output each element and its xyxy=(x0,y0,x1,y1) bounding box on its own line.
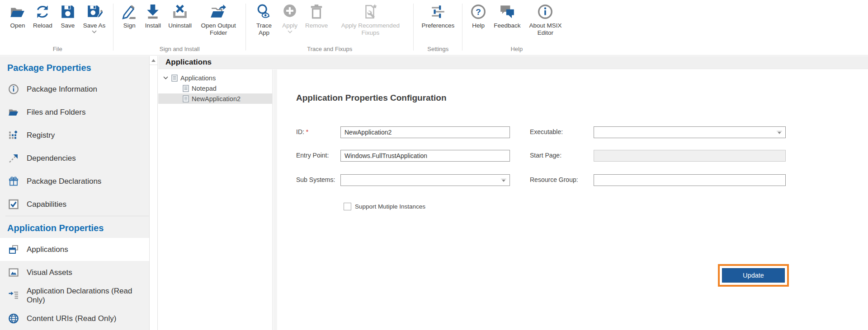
trace-app-button-label: Trace App xyxy=(254,22,274,37)
page-title: Applications xyxy=(165,58,212,67)
save-as-button[interactable]: Save As xyxy=(80,0,109,34)
tree-node-newapplication2[interactable]: NewApplication2 xyxy=(158,93,272,104)
sidebar-item-label: Applications xyxy=(27,245,68,254)
sidebar-item-capabilities[interactable]: Capabilities xyxy=(0,193,149,216)
required-asterisk: * xyxy=(306,128,308,135)
sidebar-item-application-declarations[interactable]: Application Declarations (Read Only) xyxy=(0,284,149,307)
about-msix-editor-button-label: About MSIX Editor xyxy=(528,22,563,37)
document-icon xyxy=(183,85,189,92)
entry-point-label: Entry Point: xyxy=(296,152,329,159)
tree-node-notepad[interactable]: Notepad xyxy=(158,83,272,93)
trace-app-button[interactable]: Trace App xyxy=(250,0,278,37)
help-icon: ? xyxy=(470,3,486,21)
executable-dropdown[interactable] xyxy=(594,126,786,138)
id-input[interactable] xyxy=(340,126,510,138)
chevron-down-icon xyxy=(288,30,292,33)
preferences-button-label: Preferences xyxy=(421,22,454,29)
sidebar-item-package-information[interactable]: Package Information xyxy=(0,78,149,101)
open-output-folder-button[interactable]: Open Output Folder xyxy=(196,0,241,37)
scroll-up-button[interactable] xyxy=(150,56,157,65)
ribbon-group-sign-and-install: Sign Install Uninstall xyxy=(114,0,245,55)
ribbon-group-trace-and-fixups: Trace App Apply Remove xyxy=(247,0,412,55)
arrow-list-icon xyxy=(8,290,19,301)
sign-button[interactable]: Sign xyxy=(118,0,141,30)
support-multiple-instances-row: Support Mutiple Instances xyxy=(344,203,425,210)
chevron-down-icon[interactable] xyxy=(162,76,169,79)
sidebar-item-content-uris[interactable]: Content URIs (Read Only) xyxy=(0,307,149,330)
sidebar-item-registry[interactable]: Registry xyxy=(0,124,149,147)
tree-node-label: NewApplication2 xyxy=(192,95,241,102)
update-button[interactable]: Update xyxy=(722,268,785,283)
install-button-label: Install xyxy=(145,22,161,29)
save-as-icon xyxy=(86,3,103,21)
document-icon xyxy=(183,95,189,102)
scroll-up-arrow-icon xyxy=(151,59,156,62)
feedback-icon xyxy=(499,3,515,21)
ribbon-group-file: Open Reload Save xyxy=(3,0,112,55)
sidebar-item-label: Dependencies xyxy=(27,154,76,163)
ribbon-group-settings: Preferences Settings xyxy=(415,0,461,55)
fixups-icon xyxy=(362,3,378,21)
support-multiple-instances-checkbox[interactable] xyxy=(344,203,351,210)
ribbon-toolbar: Open Reload Save xyxy=(0,0,868,56)
about-msix-editor-button[interactable]: About MSIX Editor xyxy=(524,0,566,37)
sidebar-item-label: Files and Folders xyxy=(27,108,85,117)
help-button[interactable]: ? Help xyxy=(467,0,490,30)
tree-node-label: Applications xyxy=(180,74,216,82)
dependencies-arrow-icon xyxy=(8,153,19,164)
sub-systems-dropdown[interactable] xyxy=(340,174,510,186)
sidebar-item-label: Registry xyxy=(27,131,55,140)
install-button[interactable]: Install xyxy=(142,0,164,30)
chevron-down-icon xyxy=(501,179,506,179)
remove-trash-icon xyxy=(308,3,325,21)
content-header: Applications xyxy=(158,56,868,69)
sidebar-item-label: Package Information xyxy=(27,85,97,94)
tree-node-applications[interactable]: Applications xyxy=(158,73,272,83)
sign-pencil-icon xyxy=(121,3,137,21)
feedback-button[interactable]: Feedback xyxy=(491,0,524,30)
open-output-folder-icon xyxy=(210,3,226,21)
sidebar-item-label: Capabilities xyxy=(27,200,66,209)
feedback-button-label: Feedback xyxy=(494,22,520,29)
ribbon-group-label-sign-and-install: Sign and Install xyxy=(118,45,241,55)
image-icon xyxy=(8,267,19,278)
sidebar-heading-application-properties: Application Properties xyxy=(0,216,149,238)
reload-button[interactable]: Reload xyxy=(30,0,56,30)
trace-app-icon xyxy=(256,3,272,21)
sidebar-item-dependencies[interactable]: Dependencies xyxy=(0,147,149,170)
application-properties-form: Application Properties Configuration ID:… xyxy=(277,70,868,330)
sidebar-item-files-and-folders[interactable]: Files and Folders xyxy=(0,101,149,124)
chevron-down-icon xyxy=(92,30,97,33)
remove-button[interactable]: Remove xyxy=(302,0,331,30)
tree-node-label: Notepad xyxy=(192,85,217,92)
open-button[interactable]: Open xyxy=(6,0,29,30)
sidebar-item-applications[interactable]: Applications xyxy=(0,238,149,261)
apply-recommended-fixups-button-label: Apply Recommended Fixups xyxy=(335,22,406,37)
open-button-label: Open xyxy=(10,22,25,29)
uninstall-icon xyxy=(172,3,188,21)
preferences-button[interactable]: Preferences xyxy=(418,0,458,30)
id-label: ID: * xyxy=(296,128,308,135)
resource-group-input[interactable] xyxy=(594,174,786,186)
install-icon xyxy=(145,3,161,21)
sidebar-item-visual-assets[interactable]: Visual Assets xyxy=(0,261,149,284)
save-button[interactable]: Save xyxy=(57,0,79,30)
apply-recommended-fixups-button[interactable]: Apply Recommended Fixups xyxy=(332,0,409,37)
reload-button-label: Reload xyxy=(33,22,52,29)
uninstall-button[interactable]: Uninstall xyxy=(165,0,195,30)
open-folder-icon xyxy=(9,3,26,21)
start-page-label: Start Page: xyxy=(530,152,561,159)
sidebar-scrollbar[interactable] xyxy=(149,56,158,330)
ribbon-group-help: ? Help Feedback About MSIX Editor xyxy=(463,0,570,55)
ribbon-separator xyxy=(245,4,246,51)
sub-systems-label: Sub Systems: xyxy=(296,176,335,183)
form-heading: Application Properties Configuration xyxy=(296,93,447,103)
sidebar-item-package-declarations[interactable]: Package Declarations xyxy=(0,170,149,193)
app-windows-icon xyxy=(8,244,19,255)
chevron-down-icon xyxy=(502,180,505,182)
entry-point-input[interactable] xyxy=(340,150,510,162)
update-button-highlight: Update xyxy=(718,264,789,287)
app-window: Open Reload Save xyxy=(0,0,868,330)
apply-button[interactable]: Apply xyxy=(278,0,301,34)
chevron-down-icon xyxy=(777,131,782,131)
